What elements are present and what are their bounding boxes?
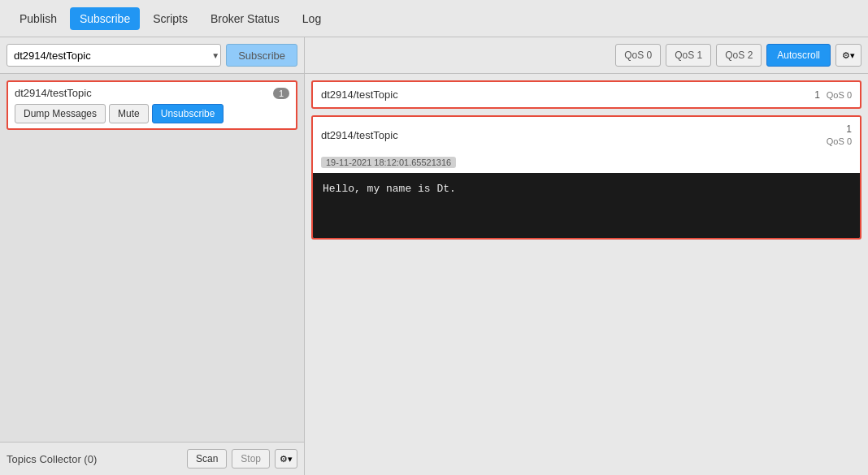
topic-dropdown-btn[interactable]: ▼ xyxy=(211,51,219,60)
topics-collector: Topics Collector (0) Scan Stop ⚙▾ xyxy=(0,442,304,475)
subscription-topic: dt2914/testTopic xyxy=(15,87,92,99)
msg-timestamp: 19-11-2021 18:12:01.65521316 xyxy=(321,157,456,168)
subscribe-button[interactable]: Subscribe xyxy=(226,44,297,67)
navbar: Publish Subscribe Scripts Broker Status … xyxy=(0,0,868,37)
msg-meta-collapsed: 1 QoS 0 xyxy=(814,89,852,101)
msg-topic-collapsed: dt2914/testTopic xyxy=(321,89,398,101)
message-card-expanded: dt2914/testTopic 1 QoS 0 19-11-2021 18:1… xyxy=(311,115,861,240)
stop-button[interactable]: Stop xyxy=(232,449,270,469)
topic-input-wrapper: ▼ xyxy=(7,44,221,67)
subscribe-bar: ▼ Subscribe xyxy=(0,37,304,74)
msg-meta-right: 1 QoS 0 xyxy=(827,123,852,146)
qos1-button[interactable]: QoS 1 xyxy=(666,44,711,67)
topic-input[interactable] xyxy=(7,44,221,67)
subscription-actions: Dump Messages Mute Unsubscribe xyxy=(15,104,289,123)
dump-messages-button[interactable]: Dump Messages xyxy=(15,104,106,123)
nav-publish[interactable]: Publish xyxy=(10,7,67,30)
mute-button[interactable]: Mute xyxy=(109,104,149,123)
qos2-button[interactable]: QoS 2 xyxy=(716,44,762,67)
nav-broker-status[interactable]: Broker Status xyxy=(201,7,289,30)
main-layout: ▼ Subscribe dt2914/testTopic 1 Dump Mess… xyxy=(0,37,868,475)
collector-gear-button[interactable]: ⚙▾ xyxy=(275,449,297,469)
qos0-button[interactable]: QoS 0 xyxy=(615,44,661,67)
msg-qos-expanded: QoS 0 xyxy=(827,136,852,146)
msg-count-expanded: 1 xyxy=(846,123,852,135)
subscription-item-header: dt2914/testTopic 1 xyxy=(15,87,289,99)
message-card-header: dt2914/testTopic 1 QoS 0 xyxy=(313,117,860,153)
msg-count-collapsed: 1 xyxy=(814,89,820,101)
scan-button[interactable]: Scan xyxy=(187,449,227,469)
msg-topic-expanded: dt2914/testTopic xyxy=(321,129,398,141)
autoscroll-button[interactable]: Autoscroll xyxy=(766,44,831,67)
right-settings-button[interactable]: ⚙▾ xyxy=(835,44,861,67)
nav-scripts[interactable]: Scripts xyxy=(143,7,197,30)
nav-log[interactable]: Log xyxy=(293,7,331,30)
nav-subscribe[interactable]: Subscribe xyxy=(70,7,140,30)
right-toolbar: QoS 0 QoS 1 QoS 2 Autoscroll ⚙▾ xyxy=(305,37,868,74)
message-body: Hello, my name is Dt. xyxy=(313,173,860,238)
right-panel: QoS 0 QoS 1 QoS 2 Autoscroll ⚙▾ dt2914/t… xyxy=(305,37,868,475)
msg-qos-collapsed: QoS 0 xyxy=(827,90,852,100)
unsubscribe-button[interactable]: Unsubscribe xyxy=(152,104,224,123)
subscription-list: dt2914/testTopic 1 Dump Messages Mute Un… xyxy=(0,74,304,442)
timestamp-wrapper: 19-11-2021 18:12:01.65521316 xyxy=(313,153,860,173)
messages-area[interactable]: dt2914/testTopic 1 QoS 0 dt2914/testTopi… xyxy=(305,74,868,475)
message-card-collapsed: dt2914/testTopic 1 QoS 0 xyxy=(311,80,861,109)
topics-collector-label: Topics Collector (0) xyxy=(7,453,182,465)
subscription-count: 1 xyxy=(273,88,289,99)
left-panel: ▼ Subscribe dt2914/testTopic 1 Dump Mess… xyxy=(0,37,305,475)
subscription-item: dt2914/testTopic 1 Dump Messages Mute Un… xyxy=(7,80,297,130)
